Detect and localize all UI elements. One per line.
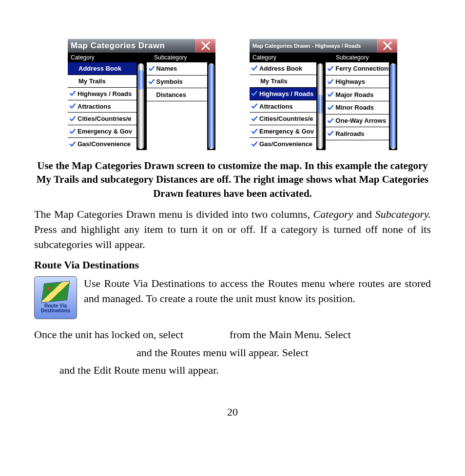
italic-term-subcategory: Subcategory. — [375, 208, 431, 220]
scrollbar-track — [137, 63, 144, 149]
check-icon — [70, 103, 76, 109]
scrollbar-thumb[interactable] — [209, 64, 214, 148]
category-row[interactable]: My Trails — [68, 75, 136, 88]
subcategory-row[interactable]: Highways — [326, 76, 389, 89]
scrollbar-track — [208, 63, 214, 149]
category-row[interactable]: Attractions — [68, 100, 136, 113]
check-icon — [328, 79, 333, 85]
category-row[interactable]: Emergency & Gov — [250, 125, 316, 138]
check-icon — [328, 92, 333, 97]
text: The Map Categories Drawn menu is divided… — [34, 208, 313, 220]
device-screenshot-right: Map Categories Drawn - Highways / Roads … — [250, 39, 397, 150]
check-icon — [70, 91, 76, 96]
window-titlebar: Map Categories Drawn — [68, 39, 215, 53]
close-button[interactable] — [195, 39, 215, 53]
category-row[interactable]: Attractions — [250, 100, 316, 113]
text: and the Routes menu will appear. Select — [136, 346, 309, 359]
device-body: Address Book My Trails Highways / Roads … — [68, 62, 215, 150]
category-row[interactable]: Gas/Convenience — [68, 138, 136, 150]
category-list: Address Book My Trails Highways / Roads … — [250, 62, 316, 150]
scrollbar-thumb[interactable] — [390, 64, 396, 148]
check-icon — [328, 66, 333, 72]
page-number: 20 — [34, 406, 431, 419]
category-header: Category — [68, 54, 151, 61]
manual-page: Map Categories Drawn Category Subcategor… — [0, 0, 465, 476]
subcategory-row[interactable]: Ferry Connections — [326, 62, 389, 76]
scrollbar-thumb[interactable] — [318, 95, 323, 114]
category-label: My Trails — [78, 77, 106, 85]
text: Press and highlight any item to turn it … — [34, 223, 431, 250]
check-icon — [328, 118, 333, 124]
subcategory-row[interactable]: Names — [147, 62, 207, 76]
icon-label: Route Via Destinations — [41, 304, 70, 314]
subcategory-label: One-Way Arrows — [335, 117, 386, 124]
window-title: Map Categories Drawn — [68, 39, 195, 53]
subcategory-label: Names — [156, 65, 177, 72]
text: Once the unit has locked on, select — [34, 328, 183, 341]
section-heading: Route Via Destinations — [34, 259, 431, 271]
scrollbar-track — [317, 63, 324, 149]
category-row[interactable]: Cities/Countries/e — [250, 113, 316, 125]
subcategory-label: Symbols — [156, 78, 183, 85]
check-icon — [252, 103, 257, 109]
text: and the Edit Route menu will appear. — [59, 364, 219, 376]
subcategory-scrollbar[interactable] — [389, 62, 397, 150]
subcategory-row[interactable]: Minor Roads — [326, 101, 389, 114]
check-icon — [328, 131, 333, 136]
scrollbar-track — [390, 63, 396, 149]
close-button[interactable] — [377, 39, 397, 53]
category-row[interactable]: My Trails — [250, 75, 316, 88]
route-via-destinations-icon: Route Via Destinations — [34, 276, 77, 319]
check-icon — [252, 129, 257, 134]
scrollbar-thumb[interactable] — [138, 70, 143, 90]
subcategory-scrollbar[interactable] — [207, 62, 215, 150]
body-paragraph-3: Once the unit has locked on, selectfrom … — [34, 326, 431, 379]
window-titlebar: Map Categories Drawn - Highways / Roads — [250, 39, 397, 53]
category-label: Cities/Countries/e — [259, 115, 313, 122]
category-label: Highways / Roads — [259, 90, 313, 97]
list-filler — [326, 140, 389, 150]
subcategory-row[interactable]: Symbols — [147, 76, 207, 89]
category-row[interactable]: Address Book — [250, 62, 316, 75]
check-icon — [70, 103, 76, 109]
check-placeholder — [149, 92, 155, 97]
text: and — [353, 208, 375, 220]
subcategory-row[interactable]: Major Roads — [326, 88, 389, 101]
check-icon — [328, 92, 333, 97]
category-label: Gas/Convenience — [259, 140, 312, 148]
category-row[interactable]: Emergency & Gov — [68, 125, 136, 138]
check-icon — [328, 66, 333, 72]
check-icon — [70, 91, 76, 96]
icon-label-line: Destinations — [41, 308, 70, 313]
check-icon — [328, 131, 333, 136]
category-row[interactable]: Highways / Roads — [68, 88, 136, 100]
figure-caption: Use the Map Categories Drawn screen to c… — [34, 159, 431, 200]
check-icon — [252, 91, 257, 96]
list-filler — [147, 101, 207, 150]
category-label: Attractions — [259, 103, 293, 110]
check-icon — [70, 141, 76, 147]
italic-term-category: Category — [313, 208, 353, 220]
check-icon — [70, 116, 76, 122]
check-icon — [252, 129, 257, 134]
category-row[interactable]: Gas/Convenience — [250, 138, 316, 150]
category-scrollbar[interactable] — [136, 62, 145, 150]
category-row[interactable]: Address Book — [68, 62, 136, 75]
category-scrollbar[interactable] — [316, 62, 325, 150]
category-header: Category — [250, 54, 333, 61]
category-row[interactable]: Cities/Countries/e — [68, 113, 136, 125]
body-paragraph-1: The Map Categories Drawn menu is divided… — [34, 207, 431, 252]
check-icon — [328, 105, 333, 111]
subcategory-row[interactable]: One-Way Arrows — [326, 114, 389, 128]
icon-label-line: Route Via — [44, 303, 67, 308]
body-paragraph-2: Use Route Via Destinations to access the… — [84, 276, 431, 306]
category-label: Cities/Countries/e — [78, 115, 132, 122]
subcategory-label: Minor Roads — [335, 104, 374, 111]
category-row[interactable]: Highways / Roads — [250, 88, 316, 100]
category-list: Address Book My Trails Highways / Roads … — [68, 62, 136, 150]
subcategory-row[interactable]: Distances — [147, 88, 207, 101]
subcategory-row[interactable]: Railroads — [326, 127, 389, 140]
screenshot-row: Map Categories Drawn Category Subcategor… — [34, 39, 431, 150]
category-label: Attractions — [78, 103, 111, 110]
category-label: Emergency & Gov — [78, 128, 132, 135]
